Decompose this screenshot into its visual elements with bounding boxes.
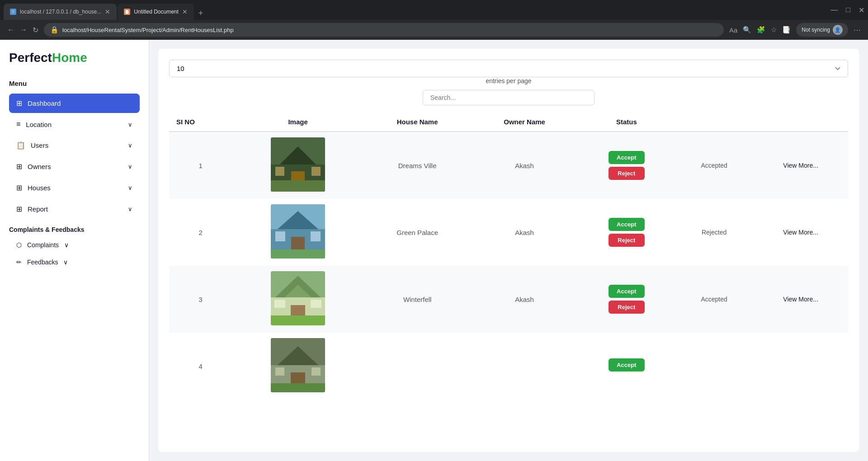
table-row: 3 xyxy=(169,266,848,333)
cell-house-name: Green Palace xyxy=(364,199,471,266)
svg-rect-4 xyxy=(275,167,284,176)
cell-owner-name xyxy=(471,333,578,400)
cell-status-text-4 xyxy=(675,333,753,400)
reject-button-3[interactable]: Reject xyxy=(609,301,645,314)
sidebar-item-users[interactable]: 📋 Users ∨ xyxy=(9,136,140,155)
sidebar-item-label-users: Users xyxy=(31,141,48,149)
sidebar-item-label-owners: Owners xyxy=(28,163,51,170)
not-syncing-button[interactable]: Not syncing 👤 xyxy=(796,23,848,37)
more-options-button[interactable]: ⋯ xyxy=(854,26,861,34)
chevron-down-icon-report: ∨ xyxy=(128,206,132,212)
dashboard-icon: ⊞ xyxy=(16,99,22,108)
col-view-more xyxy=(753,113,848,132)
sidebar-item-dashboard[interactable]: ⊞ Dashboard xyxy=(9,94,140,113)
feedbacks-icon: ✏ xyxy=(16,259,22,266)
svg-rect-12 xyxy=(311,231,321,241)
entries-label: entries per page xyxy=(169,77,848,85)
tab-close-db[interactable]: ✕ xyxy=(105,9,110,15)
extensions-icon[interactable]: 🧩 xyxy=(757,26,765,34)
svg-rect-19 xyxy=(274,300,285,308)
main-content: 10 25 50 100 entries per page SI NO Imag… xyxy=(149,40,868,461)
cell-image xyxy=(232,266,364,333)
sidebar-item-complaints[interactable]: ⬡ Complaints ∨ xyxy=(9,237,140,253)
location-icon: ≡ xyxy=(16,120,20,128)
cell-action-buttons: Accept Reject xyxy=(578,132,675,199)
cell-house-name: Dreams Ville xyxy=(364,132,471,199)
not-syncing-label: Not syncing xyxy=(802,27,830,33)
profile-avatar: 👤 xyxy=(833,25,843,35)
reject-button-2[interactable]: Reject xyxy=(609,234,645,247)
reject-button-1[interactable]: Reject xyxy=(609,167,645,180)
tab-label-db: localhost / 127.0.0.1 / db_house... xyxy=(20,9,101,15)
accept-button-2[interactable]: Accept xyxy=(609,218,645,231)
cell-status-text-1: Accepted xyxy=(675,132,753,199)
collections-icon[interactable]: 📑 xyxy=(782,26,791,34)
svg-rect-11 xyxy=(275,231,285,241)
accept-button-1[interactable]: Accept xyxy=(609,151,645,164)
address-text: localhost/HouseRentalSystem/Project/Admi… xyxy=(62,27,717,33)
chevron-down-icon-feedbacks: ∨ xyxy=(63,259,68,266)
window-controls: — □ ✕ xyxy=(830,6,864,14)
cell-si-no: 3 xyxy=(169,266,232,333)
col-status: Status xyxy=(578,113,675,132)
tab-favicon-untitled: 📄 xyxy=(124,9,130,15)
sidebar-item-label-houses: Houses xyxy=(28,184,51,192)
sidebar-item-feedbacks[interactable]: ✏ Feedbacks ∨ xyxy=(9,254,140,270)
houses-icon: ⊞ xyxy=(16,183,22,192)
col-image: Image xyxy=(232,113,364,132)
col-status-text xyxy=(675,113,753,132)
sidebar-item-owners[interactable]: ⊞ Owners ∨ xyxy=(9,157,140,176)
svg-rect-13 xyxy=(271,249,325,259)
svg-rect-28 xyxy=(271,383,325,392)
col-owner-name: Owner Name xyxy=(471,113,578,132)
search-input[interactable] xyxy=(423,90,594,105)
maximize-button[interactable]: □ xyxy=(846,6,850,14)
cell-si-no: 1 xyxy=(169,132,232,199)
search-icon[interactable]: 🔍 xyxy=(743,26,751,34)
accept-button-3[interactable]: Accept xyxy=(609,285,645,298)
cell-view-more-1[interactable]: View More... xyxy=(753,132,848,199)
tab-close-untitled[interactable]: ✕ xyxy=(182,9,188,15)
accept-button-4[interactable]: Accept xyxy=(609,358,645,372)
house-image-1 xyxy=(271,137,325,192)
close-button[interactable]: ✕ xyxy=(859,6,864,14)
cell-si-no: 2 xyxy=(169,199,232,266)
sidebar-item-report[interactable]: ⊞ Report ∨ xyxy=(9,199,140,219)
forward-button[interactable]: → xyxy=(20,26,27,34)
cell-house-name: Winterfell xyxy=(364,266,471,333)
address-input-wrap[interactable]: 🔒 localhost/HouseRentalSystem/Project/Ad… xyxy=(44,23,724,37)
house-image-2 xyxy=(271,204,325,259)
entries-select[interactable]: 10 25 50 100 xyxy=(169,60,848,77)
sidebar-item-houses[interactable]: ⊞ Houses ∨ xyxy=(9,178,140,198)
cell-action-buttons: Accept Reject xyxy=(578,199,675,266)
house-table: SI NO Image House Name Owner Name Status… xyxy=(169,113,848,400)
users-icon: 📋 xyxy=(16,141,25,150)
chevron-down-icon-houses: ∨ xyxy=(128,184,132,191)
cell-status-text-2: Rejected xyxy=(675,199,753,266)
col-si-no: SI NO xyxy=(169,113,232,132)
minimize-button[interactable]: — xyxy=(830,6,838,14)
chevron-down-icon-location: ∨ xyxy=(128,121,132,128)
report-icon: ⊞ xyxy=(16,205,22,213)
svg-rect-5 xyxy=(311,167,321,176)
cell-view-more-3[interactable]: View More... xyxy=(753,266,848,333)
tab-untitled[interactable]: 📄 Untitled Document ✕ xyxy=(118,4,194,20)
cell-image xyxy=(232,333,364,400)
back-button[interactable]: ← xyxy=(7,26,14,34)
complaints-section-label: Complaints & Feedbacks xyxy=(9,226,140,233)
sidebar-item-label-dashboard: Dashboard xyxy=(28,99,61,107)
cell-view-more-2[interactable]: View More... xyxy=(753,199,848,266)
refresh-button[interactable]: ↻ xyxy=(33,26,38,34)
reader-icon[interactable]: Aa xyxy=(729,26,737,34)
svg-rect-6 xyxy=(271,180,325,192)
chevron-down-icon-users: ∨ xyxy=(128,142,132,149)
cell-house-name xyxy=(364,333,471,400)
table-row: 4 xyxy=(169,333,848,400)
content-panel: 10 25 50 100 entries per page SI NO Imag… xyxy=(158,49,859,452)
browser-chrome: 🗄 localhost / 127.0.0.1 / db_house... ✕ … xyxy=(0,0,868,20)
new-tab-button[interactable]: + xyxy=(195,7,207,20)
logo-home: Home xyxy=(52,51,87,65)
sidebar-item-location[interactable]: ≡ Location ∨ xyxy=(9,115,140,134)
star-icon[interactable]: ☆ xyxy=(771,26,777,34)
tab-db[interactable]: 🗄 localhost / 127.0.0.1 / db_house... ✕ xyxy=(4,4,117,20)
